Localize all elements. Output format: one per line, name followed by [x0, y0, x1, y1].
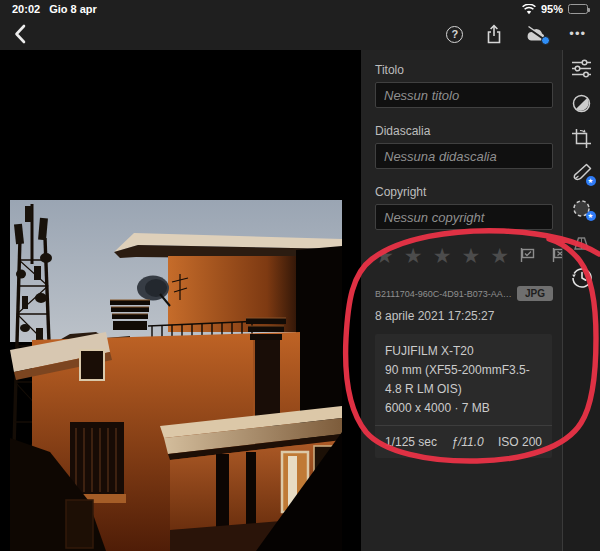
chevron-left-icon — [14, 24, 26, 44]
presets-icon — [571, 93, 592, 114]
crop-icon — [571, 128, 592, 149]
masking-button[interactable]: ★ — [571, 198, 593, 218]
lens-info: 90 mm (XF55-200mmF3.5-4.8 R LM OIS) — [385, 361, 542, 399]
edit-sliders-icon — [571, 58, 592, 79]
top-toolbar: ? ••• — [0, 18, 600, 50]
photo-view[interactable] — [0, 50, 361, 551]
back-button[interactable] — [14, 24, 26, 44]
versions-button[interactable] — [571, 268, 593, 288]
battery-percent: 95% — [541, 3, 563, 15]
copyright-field-group: Copyright — [375, 185, 553, 230]
caption-label: Didascalia — [375, 124, 553, 138]
presets-button[interactable] — [571, 93, 593, 113]
star-1-button[interactable]: ★ — [375, 246, 394, 266]
copyright-label: Copyright — [375, 185, 553, 199]
title-label: Titolo — [375, 63, 553, 77]
cloud-sync-button[interactable] — [525, 26, 547, 43]
pick-flag-icon — [519, 247, 535, 263]
premium-badge: ★ — [586, 176, 596, 186]
tool-rail: ★ ★ — [562, 50, 600, 551]
versions-clock-icon — [571, 267, 593, 289]
title-field-group: Titolo — [375, 63, 553, 108]
photo-canvas — [10, 200, 342, 551]
image-size: 6000 x 4000 · 7 MB — [385, 399, 542, 418]
lightroom-app: 20:02 Gio 8 apr 95% ? — [0, 0, 600, 551]
help-button[interactable]: ? — [446, 26, 463, 43]
status-bar: 20:02 Gio 8 apr 95% — [0, 0, 600, 18]
share-icon — [485, 24, 503, 44]
more-button[interactable]: ••• — [569, 29, 586, 39]
star-3-button[interactable]: ★ — [433, 246, 452, 266]
geometry-button[interactable] — [571, 233, 593, 253]
file-name: B2111704-960C-4D91-B073-AA906C7E6001-... — [375, 289, 513, 299]
geometry-icon — [571, 233, 592, 254]
exposure-row: 1/125 sec ƒ/11.0 ISO 200 — [385, 433, 542, 449]
help-icon: ? — [446, 26, 463, 43]
camera-model: FUJIFILM X-T20 — [385, 342, 542, 361]
status-date: Gio 8 apr — [49, 3, 97, 15]
brush-button[interactable]: ★ — [571, 163, 593, 183]
star-5-button[interactable]: ★ — [490, 246, 509, 266]
star-4-button[interactable]: ★ — [461, 246, 480, 266]
metadata-divider — [375, 425, 552, 426]
premium-badge: ★ — [586, 211, 596, 221]
capture-datetime: 8 aprile 2021 17:25:27 — [375, 309, 553, 323]
info-panel: Titolo Didascalia Copyright ★ ★ ★ ★ ★ — [361, 50, 562, 551]
clock: 20:02 — [12, 3, 40, 15]
copyright-input[interactable] — [375, 204, 553, 230]
iso: ISO 200 — [498, 435, 542, 449]
rating-row: ★ ★ ★ ★ ★ — [375, 246, 553, 266]
aperture: ƒ/11.0 — [451, 435, 483, 449]
battery-icon — [568, 4, 588, 14]
caption-field-group: Didascalia — [375, 124, 553, 169]
file-row: B2111704-960C-4D91-B073-AA906C7E6001-...… — [375, 286, 553, 301]
share-button[interactable] — [485, 24, 503, 44]
pick-flag-button[interactable] — [519, 247, 535, 266]
sync-status-dot — [541, 36, 550, 45]
star-2-button[interactable]: ★ — [404, 246, 423, 266]
caption-input[interactable] — [375, 143, 553, 169]
edit-sliders-button[interactable] — [571, 58, 593, 78]
crop-button[interactable] — [571, 128, 593, 148]
camera-metadata-card: FUJIFILM X-T20 90 mm (XF55-200mmF3.5-4.8… — [375, 334, 552, 458]
file-type-badge: JPG — [517, 286, 553, 301]
wifi-icon — [522, 4, 536, 15]
title-input[interactable] — [375, 82, 553, 108]
shutter-speed: 1/125 sec — [385, 435, 437, 449]
